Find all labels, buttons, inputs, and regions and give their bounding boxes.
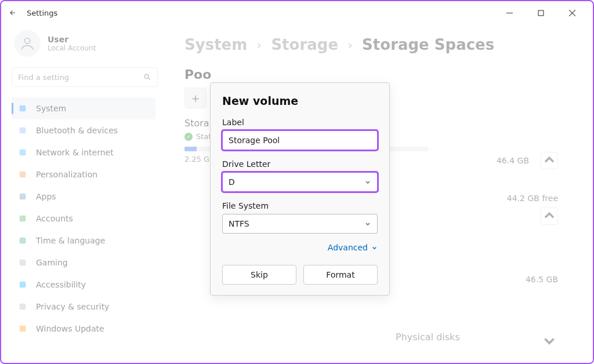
nav-icon	[17, 147, 28, 158]
total-size-2: 46.5 GB	[526, 275, 558, 284]
svg-rect-11	[20, 194, 26, 200]
crumb-system[interactable]: System	[184, 36, 247, 53]
svg-rect-15	[20, 282, 26, 288]
chevron-down-icon	[364, 220, 371, 227]
sidebar-item-label: Windows Update	[36, 324, 104, 333]
chevron-down-icon	[371, 245, 378, 251]
sidebar-item-label: Apps	[36, 192, 56, 201]
svg-rect-17	[20, 326, 26, 332]
user-name: User	[48, 35, 96, 45]
sidebar-item-apps[interactable]: Apps	[12, 185, 155, 208]
nav-icon	[17, 257, 28, 268]
filesystem-value: NTFS	[229, 219, 249, 228]
svg-point-4	[24, 38, 30, 43]
advanced-link[interactable]: Advanced	[222, 243, 378, 252]
sidebar-item-privacy-security[interactable]: Privacy & security	[12, 296, 155, 318]
dialog-title: New volume	[222, 94, 378, 107]
used-label: 2.25 G	[184, 155, 209, 163]
sidebar-item-label: Accounts	[36, 214, 73, 223]
drive-letter-select[interactable]: D	[222, 172, 378, 192]
check-icon: ✓	[184, 133, 193, 141]
skip-button[interactable]: Skip	[222, 265, 296, 285]
expand-button-2[interactable]	[541, 208, 558, 225]
filesystem-label: File System	[222, 201, 378, 210]
sidebar-item-label: Accessibility	[36, 280, 86, 289]
nav-icon	[17, 191, 28, 202]
crumb-storage-spaces: Storage Spaces	[362, 36, 494, 53]
sidebar-item-bluetooth-devices[interactable]: Bluetooth & devices	[12, 119, 155, 141]
svg-rect-10	[20, 172, 26, 178]
sidebar-item-label: System	[36, 104, 66, 113]
breadcrumb: System › Storage › Storage Spaces	[184, 36, 572, 53]
maximize-button[interactable]	[530, 5, 551, 21]
advanced-link-label: Advanced	[328, 243, 368, 252]
search-input[interactable]	[12, 67, 158, 87]
nav-icon	[17, 125, 28, 136]
sidebar-item-label: Time & language	[36, 236, 105, 245]
back-button[interactable]	[5, 5, 21, 21]
sidebar-item-time-language[interactable]: Time & language	[12, 230, 155, 252]
sidebar-item-windows-update[interactable]: Windows Update	[12, 318, 155, 340]
nav-icon	[17, 279, 28, 290]
sidebar-item-system[interactable]: System	[12, 97, 155, 119]
sidebar-item-personalization[interactable]: Personalization	[12, 163, 155, 185]
svg-rect-16	[20, 304, 26, 310]
search-icon	[143, 73, 151, 81]
filesystem-select[interactable]: NTFS	[222, 214, 378, 234]
svg-line-6	[148, 78, 150, 80]
sidebar-item-accounts[interactable]: Accounts	[12, 208, 155, 230]
close-button[interactable]	[562, 5, 582, 21]
expand-button[interactable]	[541, 152, 558, 169]
status-text: Stat	[196, 132, 211, 141]
sidebar-item-gaming[interactable]: Gaming	[12, 252, 155, 274]
svg-rect-8	[20, 128, 26, 134]
label-input[interactable]: Storage Pool	[222, 130, 378, 150]
sidebar-item-label: Bluetooth & devices	[36, 126, 118, 135]
pool-heading: Poo	[184, 67, 572, 82]
svg-rect-9	[20, 150, 26, 156]
nav-icon	[17, 323, 28, 334]
minimize-button[interactable]	[499, 5, 520, 21]
nav-icon	[17, 235, 28, 246]
sidebar: User Local Account SystemBluetooth & dev…	[1, 24, 164, 363]
svg-point-5	[144, 74, 148, 78]
label-field-label: Label	[222, 118, 378, 127]
nav-icon	[17, 213, 28, 224]
nav-icon	[17, 301, 28, 312]
svg-rect-7	[20, 105, 26, 112]
sidebar-item-accessibility[interactable]: Accessibility	[12, 274, 155, 296]
drive-letter-value: D	[229, 177, 235, 187]
svg-rect-1	[538, 10, 544, 16]
search-field[interactable]	[18, 73, 143, 82]
drive-letter-label: Drive Letter	[222, 159, 378, 169]
user-subtext: Local Account	[48, 44, 96, 52]
app-title: Settings	[27, 9, 57, 17]
svg-rect-13	[20, 238, 26, 244]
physical-disks-label[interactable]: Physical disks	[396, 332, 460, 343]
format-button[interactable]: Format	[303, 265, 378, 285]
new-volume-dialog: New volume Label Storage Pool Drive Lett…	[210, 82, 390, 296]
chevron-right-icon: ›	[256, 38, 262, 52]
svg-rect-12	[20, 216, 26, 222]
crumb-storage[interactable]: Storage	[271, 36, 338, 53]
nav-icon	[17, 103, 28, 114]
avatar-icon	[14, 30, 41, 57]
svg-rect-14	[20, 260, 26, 266]
chevron-down-icon	[364, 179, 371, 185]
add-pool-button[interactable]: +	[184, 88, 207, 108]
sidebar-item-label: Personalization	[36, 170, 97, 179]
total-size: 46.4 GB	[497, 156, 529, 165]
physical-disks-expand[interactable]	[541, 332, 558, 349]
label-input-value: Storage Pool	[229, 136, 280, 145]
sidebar-item-label: Gaming	[36, 258, 68, 267]
sidebar-item-label: Network & internet	[36, 148, 114, 157]
user-profile[interactable]: User Local Account	[12, 30, 155, 57]
sidebar-item-network-internet[interactable]: Network & internet	[12, 141, 155, 163]
chevron-right-icon: ›	[347, 38, 353, 52]
nav-icon	[17, 169, 28, 180]
free-space: 44.2 GB free	[507, 194, 558, 203]
sidebar-item-label: Privacy & security	[36, 302, 109, 311]
